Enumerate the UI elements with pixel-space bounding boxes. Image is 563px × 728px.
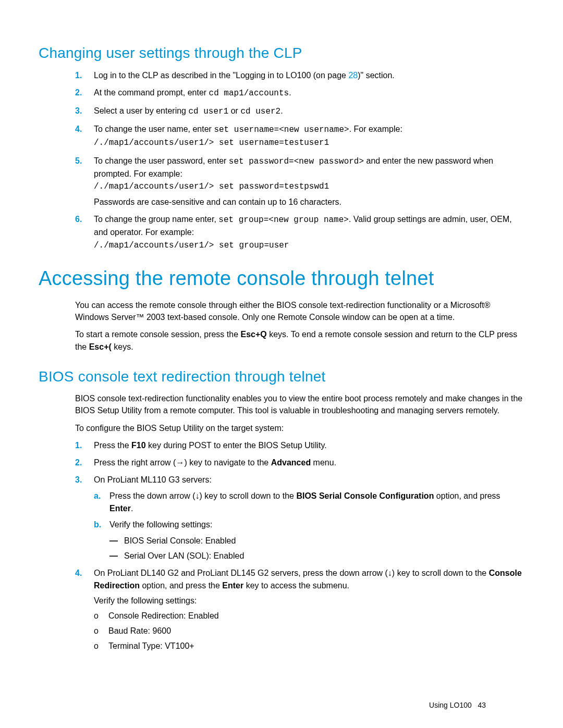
step-text: Press the xyxy=(94,441,131,450)
substep-marker: b. xyxy=(94,519,101,530)
step-text: Press the right arrow (→) key to navigat… xyxy=(94,458,271,467)
step-marker: 2. xyxy=(75,456,82,468)
step-marker: 5. xyxy=(75,155,82,167)
step-marker: 4. xyxy=(75,123,82,135)
footer-text: Using LO100 xyxy=(429,701,472,709)
step-3: 3. Select a user by entering cd user1 or… xyxy=(75,105,524,118)
step-text: option, and press the xyxy=(140,581,222,590)
step-4: 4. To change the user name, enter set us… xyxy=(75,123,524,149)
heading-changing-user-settings: Changing user settings through the CLP xyxy=(39,43,524,64)
list-text: BIOS Serial Console: Enabled xyxy=(124,536,236,545)
step-text: Press the down arrow (↓) key to scroll d… xyxy=(109,491,296,500)
step-text: To change the group name enter, xyxy=(94,215,218,224)
code-text: cd user1 xyxy=(188,107,228,116)
step-marker: 4. xyxy=(75,567,82,579)
step-2: 2. At the command prompt, enter cd map1/… xyxy=(75,87,524,100)
list-item: oTerminal Type: VT100+ xyxy=(94,640,524,652)
page-number: 43 xyxy=(478,701,486,709)
s3-step-3: 3. On ProLiant ML110 G3 servers: a. Pres… xyxy=(75,474,524,562)
step-text: Log in to the CLP as described in the "L… xyxy=(94,71,348,80)
code-text: set password=<new password> xyxy=(229,157,364,166)
step-text: . For example: xyxy=(349,125,402,133)
section3-body: BIOS console text-redirection functional… xyxy=(75,392,524,652)
section3-p1: BIOS console text-redirection functional… xyxy=(75,392,524,416)
step-marker: 3. xyxy=(75,105,82,117)
s3-step-1: 1. Press the F10 key during POST to ente… xyxy=(75,439,524,451)
step-text: Verify the following settings: xyxy=(109,520,212,529)
step-marker: 2. xyxy=(75,87,82,98)
heading-accessing-remote-console: Accessing the remote console through tel… xyxy=(39,264,524,293)
code-text: cd user2 xyxy=(240,107,280,116)
step-text: menu. xyxy=(311,458,336,467)
section2-body: You can access the remote console throug… xyxy=(75,299,524,353)
list-text: Terminal Type: VT100+ xyxy=(108,641,194,650)
section2-p1: You can access the remote console throug… xyxy=(75,299,524,323)
text: keys. xyxy=(112,342,133,351)
section3-steps: 1. Press the F10 key during POST to ente… xyxy=(75,439,524,652)
list-text: Baud Rate: 9600 xyxy=(108,626,171,635)
step-text: or xyxy=(228,106,240,115)
substep-b: b. Verify the following settings: —BIOS … xyxy=(94,519,524,562)
step-1: 1. Log in to the CLP as described in the… xyxy=(75,69,524,81)
step-text: option, and press xyxy=(434,491,500,500)
key-name: Enter xyxy=(222,581,243,590)
step-text: On ProLiant ML110 G3 servers: xyxy=(94,475,212,484)
dash-icon: — xyxy=(109,535,118,547)
code-text: cd map1/accounts xyxy=(209,89,289,98)
o-list: oConsole Redirection: Enabled oBaud Rate… xyxy=(94,610,524,652)
code-text: set group=<new group name> xyxy=(218,215,349,225)
step-text: To change the user password, enter xyxy=(94,156,229,165)
example-code: /./map1/accounts/user1/> set username=te… xyxy=(94,138,329,147)
list-text: Serial Over LAN (SOL): Enabled xyxy=(124,551,244,560)
key-name: F10 xyxy=(131,441,146,450)
list-item: —BIOS Serial Console: Enabled xyxy=(109,535,524,547)
step-marker: 1. xyxy=(75,69,82,81)
step-text: . xyxy=(289,88,291,97)
menu-name: Advanced xyxy=(271,458,311,467)
substep-a: a. Press the down arrow (↓) key to scrol… xyxy=(94,490,524,514)
key-combo: Esc+( xyxy=(89,342,112,351)
step-text: Select a user by entering xyxy=(94,106,188,115)
step-text: On ProLiant DL140 G2 and ProLiant DL145 … xyxy=(94,569,489,577)
step-text: )" section. xyxy=(358,71,395,80)
step-note: Passwords are case-sensitive and can con… xyxy=(94,196,524,208)
key-name: Enter xyxy=(109,504,131,513)
list-text: Console Redirection: Enabled xyxy=(108,611,219,620)
verify-text: Verify the following settings: xyxy=(94,595,524,607)
substeps: a. Press the down arrow (↓) key to scrol… xyxy=(94,490,524,562)
option-name: BIOS Serial Console Configuration xyxy=(296,491,434,500)
o-icon: o xyxy=(94,610,99,622)
step-6: 6. To change the group name enter, set g… xyxy=(75,213,524,252)
key-combo: Esc+Q xyxy=(240,330,266,339)
example-code: /./map1/accounts/user1/> set password=te… xyxy=(94,182,329,191)
section3-p2: To configure the BIOS Setup Utility on t… xyxy=(75,422,524,434)
code-text: set username=<new username> xyxy=(214,125,349,134)
step-text: . xyxy=(280,106,283,115)
step-5: 5. To change the user password, enter se… xyxy=(75,155,524,208)
text: To start a remote console session, press… xyxy=(75,330,240,339)
step-text: key to access the submenu. xyxy=(243,581,349,590)
dash-icon: — xyxy=(109,550,118,562)
step-text: . xyxy=(131,504,133,513)
step-text: At the command prompt, enter xyxy=(94,88,209,97)
heading-bios-console-redirection: BIOS console text redirection through te… xyxy=(39,366,524,388)
list-item: oConsole Redirection: Enabled xyxy=(94,610,524,622)
page-footer: Using LO100 43 xyxy=(429,700,486,710)
step-text: key during POST to enter the BIOS Setup … xyxy=(146,441,327,450)
section1-steps: 1. Log in to the CLP as described in the… xyxy=(75,69,524,252)
step-marker: 6. xyxy=(75,213,82,225)
dash-list: —BIOS Serial Console: Enabled —Serial Ov… xyxy=(109,535,524,562)
s3-step-4: 4. On ProLiant DL140 G2 and ProLiant DL1… xyxy=(75,567,524,652)
list-item: —Serial Over LAN (SOL): Enabled xyxy=(109,550,524,562)
step-marker: 3. xyxy=(75,474,82,486)
s3-step-2: 2. Press the right arrow (→) key to navi… xyxy=(75,456,524,468)
section1-body: 1. Log in to the CLP as described in the… xyxy=(75,69,524,252)
page-link-28[interactable]: 28 xyxy=(348,71,358,80)
o-icon: o xyxy=(94,625,99,637)
list-item: oBaud Rate: 9600 xyxy=(94,625,524,637)
section2-p2: To start a remote console session, press… xyxy=(75,328,524,352)
substep-marker: a. xyxy=(94,490,101,502)
step-marker: 1. xyxy=(75,439,82,451)
step-text: To change the user name, enter xyxy=(94,125,214,133)
example-code: /./map1/accounts/user1/> set group=user xyxy=(94,241,289,250)
